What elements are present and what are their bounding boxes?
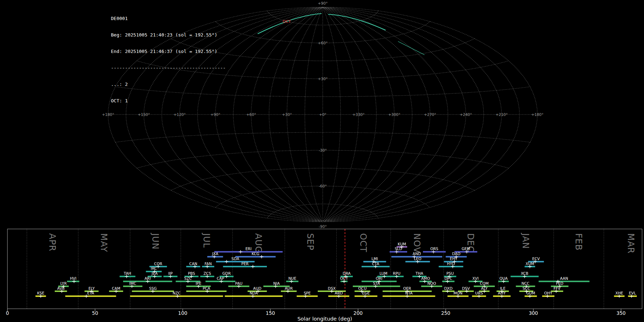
ra-label: +300°	[388, 112, 400, 117]
shower-label-NUE: NUE	[288, 276, 296, 280]
begin-time: Beg: 20251005 21:40:23 (sol = 192.55°)	[111, 32, 226, 38]
shower-label-IPE: IPE	[196, 281, 201, 286]
screen: +180°+150°+120°+90°+60°+30°+0°+330°+300°…	[0, 0, 644, 322]
shower-label-ARD: ARD	[335, 291, 343, 295]
shower-label-RPU: RPU	[393, 271, 400, 275]
month-label: JUL	[201, 233, 211, 248]
station-id: DE0001	[111, 16, 226, 21]
shower-bar-KCG	[235, 256, 276, 258]
shower-label-XVI: XVI	[472, 276, 478, 280]
shower-label-LYR: LYR	[60, 281, 67, 286]
shower-label-JEA: JEA	[151, 271, 158, 275]
shower-label-COM: COM	[480, 281, 489, 286]
shower-label-NZC: NZC	[172, 291, 180, 295]
shower-label-AAN: AAN	[560, 276, 568, 280]
shower-label-CAN: CAN	[189, 262, 197, 266]
shower-label-DPC: DPC	[444, 276, 452, 280]
shower-label-COR: COR	[154, 262, 162, 266]
x-tick-label: 350	[616, 310, 626, 316]
ra-label: +240°	[460, 112, 472, 117]
shower-label-ETA: ETA	[87, 291, 94, 295]
shower-label-SZC: SZC	[184, 276, 192, 280]
shower-label-FAN: FAN	[205, 262, 212, 266]
shower-label-KCG: KCG	[252, 252, 259, 256]
shower-label-AHY: AHY	[498, 291, 506, 295]
shower-bar-ETA	[65, 296, 116, 297]
month-label: JAN	[521, 233, 531, 249]
shower-label-DSX: DSX	[328, 286, 336, 291]
shower-label-HVI: HVI	[70, 276, 76, 280]
shower-label-SCC: SCC	[523, 286, 530, 291]
month-label: FEB	[574, 233, 584, 250]
shower-label-LEO: LEO	[414, 257, 421, 261]
shower-label-PER: PER	[241, 262, 249, 266]
end-time: End: 20251005 21:46:37 (sol = 192.55°)	[111, 49, 226, 54]
shower-label-DXD: DXD	[444, 286, 452, 291]
shower-label-OCT: OCT	[340, 276, 348, 280]
shower-bar-PER	[223, 266, 267, 267]
x-tick-label: 100	[178, 310, 187, 316]
shower-peak-PER	[251, 265, 255, 268]
north-pole-label: +90°	[318, 1, 327, 5]
shower-bar-ERI	[214, 251, 283, 253]
shower-peak-ERI	[239, 250, 242, 253]
x-tick-label: 200	[353, 310, 363, 316]
shower-label-SDA: SDA	[231, 257, 240, 261]
activity-timeline: APRMAYJUNJULAUGSEPOCTNOVDECJANFEBMARKUME…	[6, 229, 642, 322]
shower-label-AUD: AUD	[253, 286, 262, 291]
x-axis-title: Solar longitude (deg)	[297, 316, 352, 322]
south-pole-label: -90°	[319, 224, 327, 229]
count-oct: OCT: 1	[111, 98, 226, 103]
shower-label-XCB: XCB	[521, 271, 528, 275]
shower-label-EVL: EVL	[629, 291, 636, 295]
month-label: MAR	[626, 233, 636, 254]
ra-label: +0°	[319, 112, 327, 117]
shower-label-XHE: XHE	[615, 291, 623, 295]
shower-label-AND: AND	[413, 252, 421, 256]
separator-line: ----------------------------------------…	[111, 65, 226, 70]
shower-label-ARI: ARI	[145, 276, 151, 280]
shower-label-SSG: SSG	[149, 286, 157, 291]
shower-label-MON: MON	[454, 291, 463, 295]
shower-label-CAP: CAP	[217, 276, 224, 280]
plot-canvas: +180°+150°+120°+90°+60°+30°+0°+330°+300°…	[0, 0, 644, 322]
dec-label: -30°	[319, 148, 327, 152]
shower-label-TAH: TAH	[123, 271, 131, 275]
shower-label-NDA: NDA	[250, 291, 258, 295]
shower-bar-AAN	[539, 281, 590, 282]
ra-label: +60°	[246, 112, 256, 117]
shower-bar-SDA	[216, 261, 255, 262]
shower-label-JXA: JXA	[212, 252, 219, 256]
shower-peak-SDA	[225, 260, 228, 263]
shower-label-IIP: IIP	[168, 271, 173, 275]
ra-label: +270°	[424, 112, 436, 117]
shower-label-FFV: FFV	[553, 286, 561, 291]
shower-label-NCC: NCC	[521, 281, 530, 286]
month-label: SEP	[305, 233, 315, 250]
dec-label: -60°	[319, 184, 327, 188]
shower-label-IMC: IMC	[129, 281, 136, 286]
shower-label-NTA: NTA	[405, 291, 413, 295]
shower-label-CTA: CTA	[372, 262, 380, 266]
shower-label-ILE: ILE	[500, 286, 506, 291]
shower-label-GUM: GUM	[526, 291, 535, 295]
shower-label-ALY: ALY	[481, 286, 488, 291]
shower-label-DRA: DRA	[343, 271, 351, 275]
shower-label-QUA: QUA	[499, 276, 508, 280]
shower-label-OER: OER	[403, 286, 411, 291]
shower-label-STA: STA	[373, 281, 380, 286]
shower-label-LMI: LMI	[371, 257, 378, 261]
shower-label-PAU: PAU	[235, 281, 243, 286]
shower-label-EGE: EGE	[362, 291, 370, 295]
shower-label-OCU: OCU	[358, 286, 366, 291]
shower-label-SLD: SLD	[395, 247, 402, 251]
shower-label-SPE: SPE	[304, 291, 311, 295]
x-tick-label: 250	[441, 310, 450, 316]
shower-label-PBS: PBS	[188, 271, 195, 275]
shower-label-PSU: PSU	[447, 271, 454, 275]
x-tick-label: 150	[266, 310, 275, 316]
oct-radiant-label: OCT	[283, 19, 291, 24]
x-tick-label: 0	[6, 310, 9, 316]
shower-label-ERI: ERI	[245, 247, 252, 251]
shower-label-OHY: OHY	[544, 291, 552, 295]
